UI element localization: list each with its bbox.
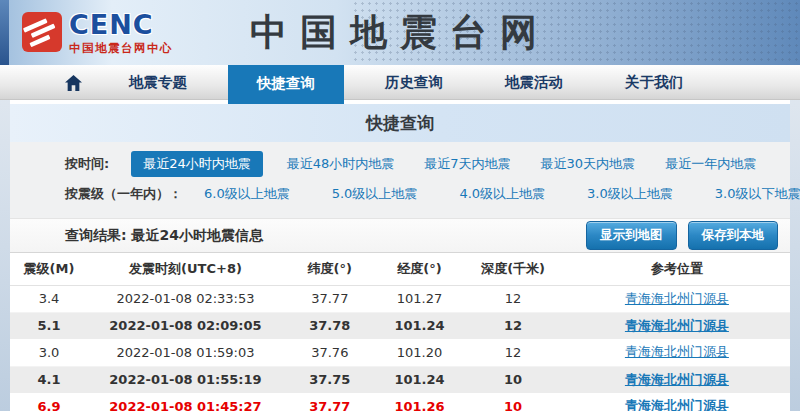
magnitude-filter-option-1[interactable]: 6.0级以上地震: [204, 185, 290, 203]
earthquake-row: 5.12022-01-08 02:09:0537.78101.2412青海海北州…: [10, 312, 790, 339]
col-latitude: 纬度(°): [283, 253, 377, 285]
nav-item-about-us[interactable]: 关于我们: [613, 65, 695, 104]
cell-magnitude: 4.1: [10, 366, 88, 393]
earthquake-row: 3.42022-01-08 02:33:5337.77101.2712青海海北州…: [10, 285, 790, 312]
table-header-row: 震级(M)发震时刻(UTC+8)纬度(°)经度(°)深度(千米)参考位置: [10, 253, 790, 285]
cell-time: 2022-01-08 01:45:27: [88, 393, 283, 411]
magnitude-filter-row: 按震级（一年内）： 6.0级以上地震5.0级以上地震4.0级以上地震3.0级以上…: [10, 179, 790, 209]
col-location: 参考位置: [564, 253, 790, 285]
result-bar: 查询结果: 最近24小时地震信息 显示到地图保存到本地: [10, 218, 790, 253]
cell-magnitude: 5.1: [10, 312, 88, 339]
cell-latitude: 37.77: [283, 393, 377, 411]
cell-location: 青海海北州门源县: [564, 339, 790, 366]
col-magnitude: 震级(M): [10, 253, 88, 285]
cell-location: 青海海北州门源县: [564, 366, 790, 393]
magnitude-filter-option-3[interactable]: 4.0级以上地震: [459, 185, 545, 203]
time-filter-option-5[interactable]: 最近一年内地震: [665, 155, 756, 173]
cell-depth: 12: [462, 339, 563, 366]
earthquake-row: 6.92022-01-08 01:45:2737.77101.2610青海海北州…: [10, 393, 790, 411]
time-filter-label: 按时间:: [65, 155, 109, 173]
time-filter-option-3[interactable]: 最近7天内地震: [424, 155, 510, 173]
cell-latitude: 37.77: [283, 285, 377, 312]
logo-subtitle: 中国地震台网中心: [69, 41, 173, 56]
time-filter-row: 按时间: 最近24小时内地震最近48小时内地震最近7天内地震最近30天内地震最近…: [10, 149, 790, 179]
nav-item-history-query[interactable]: 历史查询: [373, 65, 455, 104]
page-title: 快捷查询: [366, 112, 434, 135]
cell-depth: 12: [462, 312, 563, 339]
cell-magnitude: 6.9: [10, 393, 88, 411]
location-link[interactable]: 青海海北州门源县: [625, 398, 729, 411]
cell-depth: 10: [462, 366, 563, 393]
cell-location: 青海海北州门源县: [564, 393, 790, 411]
result-summary: 查询结果: 最近24小时地震信息: [65, 227, 263, 245]
location-link[interactable]: 青海海北州门源县: [625, 291, 729, 306]
logo-text: CENC 中国地震台网中心: [69, 11, 173, 56]
location-link[interactable]: 青海海北州门源县: [625, 318, 729, 333]
home-icon: [65, 75, 82, 91]
magnitude-filter-option-2[interactable]: 5.0级以上地震: [332, 185, 418, 203]
location-link[interactable]: 青海海北州门源县: [625, 344, 729, 359]
cell-latitude: 37.75: [283, 366, 377, 393]
cell-time: 2022-01-08 01:59:03: [88, 339, 283, 366]
magnitude-filter-option-4[interactable]: 3.0级以上地震: [587, 185, 673, 203]
cell-location: 青海海北州门源县: [564, 312, 790, 339]
cenc-logo[interactable]: CENC 中国地震台网中心: [22, 11, 173, 56]
cell-magnitude: 3.0: [10, 339, 88, 366]
cell-longitude: 101.26: [377, 393, 463, 411]
earthquake-row: 3.02022-01-08 01:59:0337.76101.2012青海海北州…: [10, 339, 790, 366]
site-title: 中国地震台网: [250, 8, 550, 58]
earthquake-table: 震级(M)发震时刻(UTC+8)纬度(°)经度(°)深度(千米)参考位置 3.4…: [10, 253, 790, 411]
cell-time: 2022-01-08 02:33:53: [88, 285, 283, 312]
earthquake-row: 4.12022-01-08 01:55:1937.75101.2410青海海北州…: [10, 366, 790, 393]
cell-depth: 10: [462, 393, 563, 411]
page-title-bar: 快捷查询: [10, 104, 790, 142]
col-time: 发震时刻(UTC+8): [88, 253, 283, 285]
cell-time: 2022-01-08 01:55:19: [88, 366, 283, 393]
location-link[interactable]: 青海海北州门源县: [625, 372, 729, 387]
nav-item-seismic-activity[interactable]: 地震活动: [493, 65, 575, 104]
cell-longitude: 101.27: [377, 285, 463, 312]
cell-time: 2022-01-08 02:09:05: [88, 312, 283, 339]
nav-item-topics[interactable]: 地震专题: [117, 65, 199, 104]
time-filter-option-1[interactable]: 最近24小时内地震: [131, 151, 263, 177]
time-filter-option-4[interactable]: 最近30天内地震: [541, 155, 636, 173]
header-left-strip: [0, 0, 9, 65]
col-longitude: 经度(°): [377, 253, 463, 285]
cell-latitude: 37.78: [283, 312, 377, 339]
nav-item-quick-query[interactable]: 快捷查询: [228, 65, 344, 104]
save-to-local-button[interactable]: 保存到本地: [688, 221, 779, 250]
filter-section: 按时间: 最近24小时内地震最近48小时内地震最近7天内地震最近30天内地震最近…: [10, 142, 790, 218]
content-panel: 快捷查询 按时间: 最近24小时内地震最近48小时内地震最近7天内地震最近30天…: [10, 100, 790, 411]
home-button[interactable]: [48, 65, 98, 100]
cell-longitude: 101.24: [377, 312, 463, 339]
magnitude-filter-option-5[interactable]: 3.0级以下地震: [715, 185, 800, 203]
site-header: CENC 中国地震台网中心 中国地震台网: [0, 0, 800, 65]
cell-longitude: 101.20: [377, 339, 463, 366]
cenc-logo-icon: [22, 11, 62, 53]
col-depth: 深度(千米): [462, 253, 563, 285]
magnitude-filter-label: 按震级（一年内）：: [65, 185, 182, 203]
time-filter-option-2[interactable]: 最近48小时内地震: [287, 155, 395, 173]
cell-longitude: 101.24: [377, 366, 463, 393]
show-on-map-button[interactable]: 显示到地图: [586, 221, 677, 250]
cell-location: 青海海北州门源县: [564, 285, 790, 312]
main-nav: 地震专题快捷查询历史查询地震活动关于我们: [0, 65, 800, 100]
cell-depth: 12: [462, 285, 563, 312]
cell-magnitude: 3.4: [10, 285, 88, 312]
cell-latitude: 37.76: [283, 339, 377, 366]
logo-acronym: CENC: [69, 11, 173, 38]
